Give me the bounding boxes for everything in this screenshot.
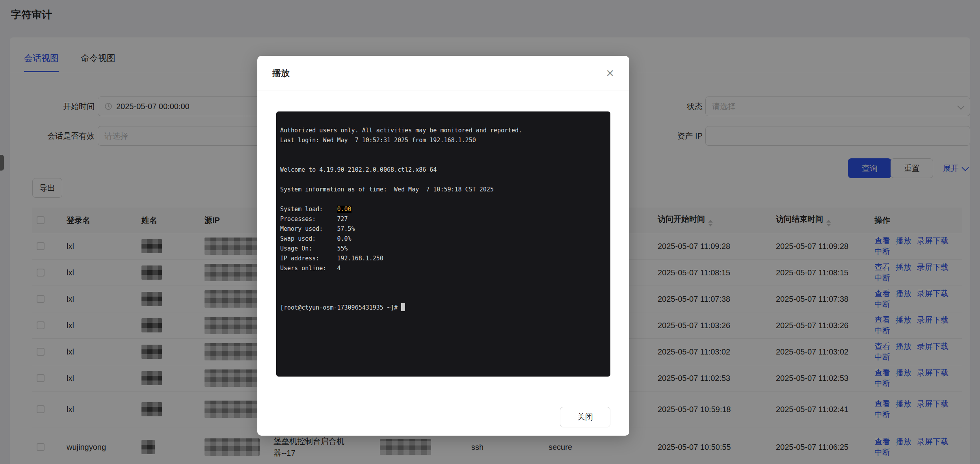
system-load-value: 0.00 <box>337 206 351 213</box>
close-icon[interactable]: ✕ <box>606 68 614 78</box>
terminal-cursor <box>401 303 405 311</box>
close-button[interactable]: 关闭 <box>560 407 610 427</box>
terminal-screen: Authorized users only. All activities ma… <box>276 111 610 377</box>
modal-title: 播放 <box>272 67 290 79</box>
modal-footer: 关闭 <box>257 398 629 436</box>
playback-modal: 播放 ✕ Authorized users only. All activiti… <box>257 56 629 436</box>
modal-header: 播放 ✕ <box>257 56 629 91</box>
